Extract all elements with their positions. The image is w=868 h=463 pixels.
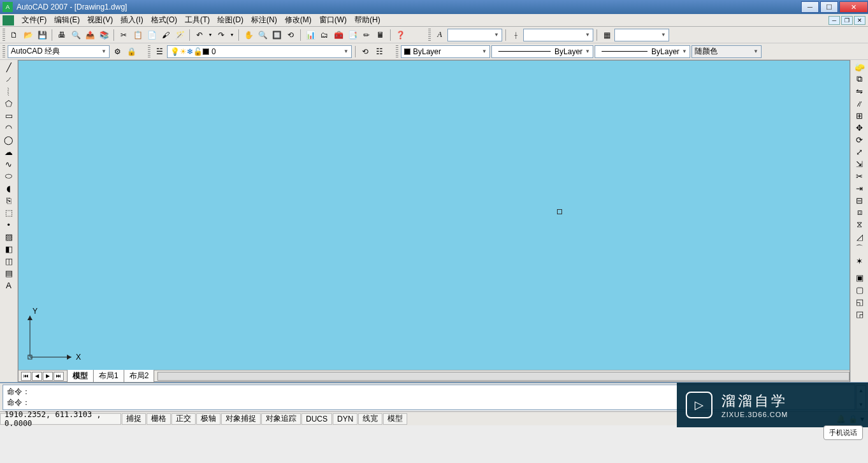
insert-block-icon[interactable]: ⎘ (2, 195, 16, 206)
toggle-grid[interactable]: 栅格 (147, 413, 171, 425)
ellipse-icon[interactable]: ⬭ (2, 170, 16, 182)
workspace-settings-icon[interactable]: ⚙ (111, 45, 124, 58)
mdi-restore[interactable]: ❐ (841, 16, 853, 25)
toolbar-grip-3[interactable] (3, 45, 5, 58)
menu-view[interactable]: 视图(V) (83, 13, 117, 27)
draworder-back-icon[interactable]: ▢ (853, 284, 867, 295)
revcloud-icon[interactable]: ☁ (2, 146, 16, 158)
menu-dim[interactable]: 标注(N) (247, 13, 281, 27)
tab-next-icon[interactable]: ▶ (43, 372, 53, 381)
line-icon[interactable]: ╱ (2, 61, 16, 73)
toolbar-grip-2[interactable] (428, 29, 431, 41)
properties-icon[interactable]: 📊 (304, 29, 317, 41)
linetype-combo[interactable]: ByLayer▼ (491, 45, 593, 58)
chamfer-icon[interactable]: ◿ (853, 231, 867, 242)
gradient-icon[interactable]: ◧ (2, 243, 16, 254)
tab-first-icon[interactable]: ⏮ (21, 372, 31, 381)
design-center-icon[interactable]: 🗂 (318, 29, 331, 41)
toggle-osnap[interactable]: 对象捕捉 (221, 413, 261, 425)
array-icon[interactable]: ⊞ (853, 110, 867, 121)
plot-icon[interactable]: 🖶 (55, 29, 68, 41)
menu-window[interactable]: 窗口(W) (315, 13, 351, 27)
break-at-icon[interactable]: ⊟ (853, 195, 867, 206)
fillet-icon[interactable]: ⌒ (853, 243, 867, 254)
region-icon[interactable]: ◫ (2, 255, 16, 267)
layer-combo[interactable]: 💡☀❄🔓 0▼ (167, 45, 352, 58)
layer-manager-icon[interactable]: ☱ (153, 45, 166, 58)
zoom-win-icon[interactable]: 🔲 (270, 29, 283, 41)
rotate-icon[interactable]: ⟳ (853, 134, 867, 145)
undo-icon[interactable]: ↶ (193, 29, 206, 41)
toggle-dyn[interactable]: DYN (333, 413, 358, 425)
new-icon[interactable]: 🗋 (8, 29, 20, 41)
maximize-button[interactable]: ☐ (820, 1, 838, 13)
menu-help[interactable]: 帮助(H) (351, 13, 384, 27)
ellipse-arc-icon[interactable]: ◖ (2, 182, 16, 194)
tab-layout1[interactable]: 布局1 (93, 370, 124, 383)
plot-preview-icon[interactable]: 🔍 (69, 29, 82, 41)
erase-icon[interactable]: 🧽 (853, 61, 867, 73)
lineweight-combo[interactable]: ByLayer▼ (595, 45, 690, 58)
layer-prev-icon[interactable]: ⟲ (359, 45, 372, 58)
menu-modify[interactable]: 修改(M) (281, 13, 315, 27)
app-menu-icon[interactable] (3, 15, 14, 26)
mdi-minimize[interactable]: ─ (828, 16, 840, 25)
extend-icon[interactable]: ⇥ (853, 182, 867, 194)
mirror-icon[interactable]: ⇋ (853, 85, 867, 97)
mtext-icon[interactable]: A (2, 279, 16, 291)
zoom-prev-icon[interactable]: ⟲ (284, 29, 297, 41)
mdi-close[interactable]: ✕ (854, 16, 865, 25)
menu-draw[interactable]: 绘图(D) (213, 13, 247, 27)
table-style-icon[interactable]: ▦ (600, 29, 613, 41)
dim-style-combo[interactable]: ▼ (523, 29, 593, 41)
menu-edit[interactable]: 编辑(E) (50, 13, 83, 27)
xline-icon[interactable]: ⟋ (2, 73, 16, 85)
draworder-front-icon[interactable]: ▣ (853, 272, 867, 283)
tab-prev-icon[interactable]: ◀ (32, 372, 42, 381)
pan-icon[interactable]: ✋ (242, 29, 255, 41)
markup-icon[interactable]: ✏ (360, 29, 373, 41)
menu-file[interactable]: 文件(F) (18, 13, 50, 27)
drawing-canvas[interactable]: X Y (18, 61, 850, 370)
match-prop-icon[interactable]: 🖌 (159, 29, 172, 41)
tab-last-icon[interactable]: ⏭ (54, 372, 64, 381)
tab-layout2[interactable]: 布局2 (124, 370, 155, 383)
coordinates-display[interactable]: 1910.2352, 611.3103 , 0.0000 (0, 413, 121, 425)
hatch-icon[interactable]: ▨ (2, 231, 16, 242)
menu-tools[interactable]: 工具(T) (181, 13, 213, 27)
save-icon[interactable]: 💾 (36, 29, 48, 41)
table-icon[interactable]: ▤ (2, 267, 16, 279)
brush-icon[interactable]: 🪄 (173, 29, 186, 41)
trim-icon[interactable]: ✂ (853, 170, 867, 182)
break-icon[interactable]: ⧈ (853, 207, 867, 218)
text-style-icon[interactable]: A (433, 29, 446, 41)
redo-icon[interactable]: ↷ (215, 29, 228, 41)
copy-obj-icon[interactable]: ⧉ (853, 73, 867, 85)
sheet-mgr-icon[interactable]: 📑 (346, 29, 359, 41)
tab-model[interactable]: 模型 (67, 370, 94, 383)
stretch-icon[interactable]: ⇲ (853, 158, 867, 170)
draworder-under-icon[interactable]: ◲ (853, 308, 867, 320)
tool-palettes-icon[interactable]: 🧰 (332, 29, 345, 41)
join-icon[interactable]: ⧖ (853, 219, 867, 230)
toggle-model[interactable]: 模型 (383, 413, 407, 425)
paste-icon[interactable]: 📄 (145, 29, 158, 41)
polygon-icon[interactable]: ⬠ (2, 98, 16, 109)
sheet-set-icon[interactable]: 📚 (98, 29, 110, 41)
quickcalc-icon[interactable]: 🖩 (374, 29, 387, 41)
help-icon[interactable]: ❓ (394, 29, 407, 41)
draworder-above-icon[interactable]: ◱ (853, 296, 867, 307)
toggle-lwt[interactable]: 线宽 (358, 413, 382, 425)
text-style-combo[interactable]: ▼ (447, 29, 502, 41)
dim-style-icon[interactable]: ⟊ (509, 29, 522, 41)
toggle-ortho[interactable]: 正交 (171, 413, 196, 425)
offset-icon[interactable]: ⫽ (853, 98, 867, 109)
toolbar-grip-5[interactable] (396, 45, 398, 58)
table-style-combo[interactable]: ▼ (614, 29, 669, 41)
rectangle-icon[interactable]: ▭ (2, 110, 16, 121)
horizontal-scrollbar[interactable] (157, 372, 850, 381)
publish-icon[interactable]: 📤 (83, 29, 96, 41)
arc-icon[interactable]: ◠ (2, 122, 16, 133)
minimize-button[interactable]: ─ (801, 1, 819, 13)
toggle-snap[interactable]: 捕捉 (122, 413, 146, 425)
